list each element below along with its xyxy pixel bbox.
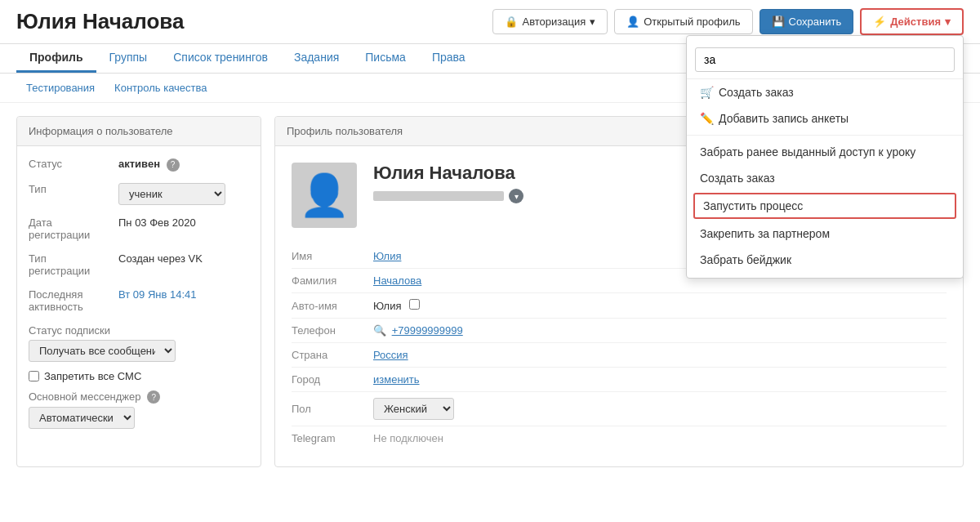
type-value: ученик администратор менеджер — [118, 183, 225, 205]
email-chevron-icon[interactable]: ▾ — [509, 189, 523, 203]
gender-value: Женский Мужской Не указан — [373, 398, 454, 420]
dropdown-search-input[interactable] — [695, 47, 955, 72]
avatar: 👤 — [292, 163, 357, 228]
cart-icon: 🛒 — [700, 86, 714, 99]
actions-dropdown-menu: 🛒 Создать заказ ✏️ Добавить запись анкет… — [686, 35, 964, 279]
user-icon: 👤 — [626, 16, 639, 28]
last-activity-row: Последняяактивность Вт 09 Янв 14:41 — [29, 288, 249, 313]
user-info-panel: Информация о пользователе Статус активен… — [16, 116, 261, 467]
header-buttons: 🔒 Авторизация ▾ 👤 Открытый профиль 💾 Сох… — [492, 8, 964, 35]
country-value: Россия — [373, 349, 408, 361]
email-blur — [373, 191, 504, 201]
dropdown-item-revoke-access[interactable]: Забрать ранее выданный доступ к уроку — [687, 139, 963, 165]
telegram-row: Telegram Не подключен — [292, 426, 947, 450]
email-row: ▾ — [373, 189, 523, 203]
chevron-down-icon: ▾ — [590, 16, 595, 28]
phone-value: 🔍 +79999999999 — [373, 324, 463, 337]
dropdown-search-box — [687, 41, 963, 79]
dropdown-item-create-order[interactable]: Создать заказ — [687, 165, 963, 191]
dropdown-item-add-survey[interactable]: ✏️ Добавить запись анкеты — [687, 105, 963, 132]
auto-name-value: Юлия — [373, 299, 420, 312]
save-icon: 💾 — [772, 16, 785, 28]
dropdown-item-assign-partner[interactable]: Закрепить за партнером — [687, 221, 963, 247]
dropdown-item-create-order-icon[interactable]: 🛒 Создать заказ — [687, 79, 963, 105]
reg-type-value: Создан через VK — [118, 252, 203, 277]
auto-name-checkbox[interactable] — [409, 299, 420, 310]
actions-dropdown-container: ⚡ Действия ▾ 🛒 Создать заказ ✏️ Добавить… — [860, 8, 964, 35]
country-row: Страна Россия — [292, 343, 947, 368]
reg-date-label: Датарегистрации — [29, 216, 118, 241]
sub-tab-testing[interactable]: Тестирования — [16, 78, 105, 97]
block-sms-checkbox[interactable] — [29, 371, 39, 381]
gender-select[interactable]: Женский Мужской Не указан — [373, 398, 454, 420]
city-row: Город изменить — [292, 368, 947, 392]
dropdown-item-take-badge[interactable]: Забрать бейджик — [687, 247, 963, 273]
tab-letters[interactable]: Письма — [352, 44, 419, 73]
reg-date-row: Датарегистрации Пн 03 Фев 2020 — [29, 216, 249, 241]
reg-type-label: Типрегистрации — [29, 252, 118, 277]
type-select[interactable]: ученик администратор менеджер — [118, 183, 225, 205]
status-help-icon[interactable]: ? — [167, 158, 180, 172]
first-name-value: Юлия — [373, 250, 401, 262]
messenger-row: Основной мессенджер ? Автоматически Tele… — [29, 390, 249, 430]
tab-trainings[interactable]: Список тренингов — [160, 44, 281, 73]
reg-date-value: Пн 03 Фев 2020 — [118, 216, 196, 241]
profile-name: Юлия Началова — [373, 163, 523, 184]
tab-tasks[interactable]: Задания — [281, 44, 352, 73]
auto-name-row: Авто-имя Юлия — [292, 293, 947, 319]
user-info-panel-header: Информация о пользователе — [17, 117, 261, 146]
block-sms-row[interactable]: Запретить все СМС — [29, 370, 249, 382]
messenger-select[interactable]: Автоматически Telegram SMS — [29, 407, 135, 429]
user-info-panel-body: Статус активен ? Тип ученик администрато… — [17, 146, 261, 448]
actions-button[interactable]: ⚡ Действия ▾ — [860, 8, 964, 35]
reg-type-row: Типрегистрации Создан через VK — [29, 252, 249, 277]
last-activity-label: Последняяактивность — [29, 288, 118, 313]
profile-name-area: Юлия Началова ▾ — [373, 163, 523, 228]
subscription-row: Статус подписки Получать все сообщения Н… — [29, 324, 249, 362]
gender-row: Пол Женский Мужской Не указан — [292, 392, 947, 426]
avatar-icon: 👤 — [299, 172, 350, 219]
auth-button[interactable]: 🔒 Авторизация ▾ — [492, 9, 608, 34]
status-row: Статус активен ? — [29, 158, 249, 172]
page-title: Юлия Началова — [16, 9, 492, 34]
last-name-value: Началова — [373, 274, 421, 287]
chevron-down-icon: ▾ — [945, 16, 951, 28]
phone-row: Телефон 🔍 +79999999999 — [292, 319, 947, 343]
phone-search-icon: 🔍 — [373, 324, 386, 337]
save-button[interactable]: 💾 Сохранить — [760, 9, 854, 34]
type-row: Тип ученик администратор менеджер — [29, 183, 249, 205]
status-value: активен ? — [118, 158, 180, 172]
last-activity-value: Вт 09 Янв 14:41 — [118, 288, 197, 313]
sub-tab-quality[interactable]: Контроль качества — [105, 78, 216, 97]
pencil-icon: ✏️ — [700, 112, 714, 125]
dropdown-item-launch-process[interactable]: Запустить процесс — [693, 193, 956, 219]
telegram-value: Не подключен — [373, 432, 443, 444]
page-header: Юлия Началова 🔒 Авторизация ▾ 👤 Открытый… — [0, 0, 980, 44]
dropdown-divider — [687, 135, 963, 136]
tab-profile[interactable]: Профиль — [16, 44, 96, 73]
bolt-icon: ⚡ — [873, 16, 886, 28]
tab-rights[interactable]: Права — [419, 44, 479, 73]
messenger-help-icon[interactable]: ? — [147, 390, 160, 404]
tab-groups[interactable]: Группы — [96, 44, 161, 73]
city-value: изменить — [373, 373, 420, 386]
subscription-select[interactable]: Получать все сообщения Не получать Тольк… — [29, 340, 176, 362]
messenger-label: Основной мессенджер ? — [29, 390, 249, 404]
open-profile-button[interactable]: 👤 Открытый профиль — [614, 9, 752, 34]
lock-icon: 🔒 — [505, 16, 518, 28]
